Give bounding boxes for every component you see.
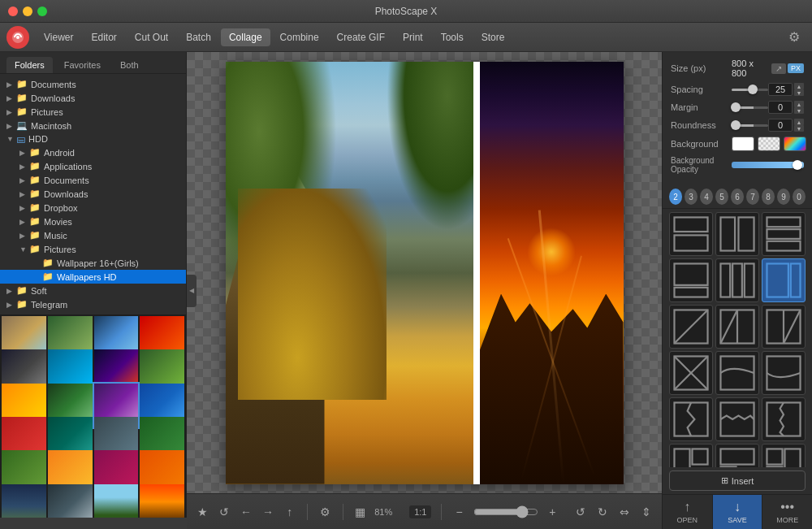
menu-combine[interactable]: Combine [272, 28, 327, 46]
zoom-in-button[interactable]: + [545, 501, 560, 523]
layout-num-5[interactable]: 5 [715, 189, 728, 205]
close-button[interactable] [8, 7, 18, 16]
roundness-down-button[interactable]: ▼ [794, 125, 804, 132]
tree-item-android[interactable]: ▶ 📁 Android [0, 145, 186, 159]
menu-viewer[interactable]: Viewer [36, 28, 81, 46]
layout-option-12[interactable] [762, 351, 806, 395]
layout-option-6[interactable] [762, 258, 806, 302]
layout-num-9[interactable]: 9 [777, 189, 790, 205]
background-white-swatch[interactable] [732, 137, 754, 151]
layout-option-3[interactable] [762, 212, 806, 256]
rotate-ccw-button[interactable]: ↺ [573, 501, 589, 523]
tab-folders[interactable]: Folders [6, 57, 53, 73]
up-button[interactable]: ↑ [282, 501, 297, 523]
flip-h-button[interactable]: ⇔ [616, 501, 632, 523]
back-button[interactable]: ← [239, 501, 254, 523]
background-pattern-swatch[interactable] [758, 137, 780, 151]
zoom-slider[interactable] [473, 505, 538, 518]
settings-icon[interactable]: ⚙ [783, 26, 806, 49]
more-button[interactable]: ••• MORE [762, 495, 812, 529]
tree-item-music[interactable]: ▶ 📁 Music [0, 228, 186, 242]
tree-item-telegram[interactable]: ▶ 📁 Telegram [0, 297, 186, 311]
layout-option-1[interactable] [669, 212, 713, 256]
layout-option-10[interactable] [669, 351, 713, 395]
open-button[interactable]: ↑ OPEN [663, 495, 713, 529]
spacing-up-button[interactable]: ▲ [794, 83, 804, 89]
layout-option-9[interactable] [762, 305, 806, 349]
layout-num-8[interactable]: 8 [762, 189, 775, 205]
layout-option-16[interactable] [669, 444, 713, 467]
rotate-cw-button[interactable]: ↻ [595, 501, 611, 523]
margin-down-button[interactable]: ▼ [794, 107, 804, 114]
grid-button[interactable]: ▦ [352, 501, 368, 523]
layout-num-4[interactable]: 4 [700, 189, 713, 205]
layout-option-5[interactable] [715, 258, 759, 302]
minimize-button[interactable] [23, 7, 32, 16]
menu-editor[interactable]: Editor [83, 28, 124, 46]
roundness-slider[interactable] [732, 124, 768, 127]
tree-item-documents2[interactable]: ▶ 📁 Documents [0, 173, 186, 187]
layout-option-18[interactable] [762, 444, 806, 467]
star-button[interactable]: ★ [195, 501, 210, 523]
layout-option-13[interactable] [669, 397, 713, 441]
tree-item-hdd[interactable]: ▼ 🖴 HDD [0, 132, 186, 145]
menu-creategif[interactable]: Create GIF [329, 28, 393, 46]
tab-both[interactable]: Both [112, 57, 147, 73]
tree-item-wallpaper-girls[interactable]: 📁 Wallpaper 16+(Girls) [0, 256, 186, 270]
spacing-down-button[interactable]: ▼ [794, 89, 804, 96]
size-expand-button[interactable]: ↗ [771, 63, 786, 74]
layout-num-2[interactable]: 2 [669, 189, 682, 205]
layout-option-8[interactable] [715, 305, 759, 349]
tree-item-soft[interactable]: ▶ 📁 Soft [0, 284, 186, 297]
spacing-slider[interactable] [732, 89, 768, 91]
insert-button[interactable]: ⊞ Insert [669, 470, 806, 491]
layout-option-7[interactable] [669, 305, 713, 349]
spacing-input[interactable]: 25 [768, 83, 793, 96]
tree-item-movies[interactable]: ▶ 📁 Movies [0, 215, 186, 228]
layout-option-14[interactable] [715, 397, 759, 441]
settings-button[interactable]: ⚙ [317, 501, 333, 523]
layout-option-15[interactable] [762, 397, 806, 441]
collage-right-panel[interactable] [473, 62, 624, 484]
tree-item-pictures2[interactable]: ▼ 📁 Pictures [0, 242, 186, 256]
menu-print[interactable]: Print [395, 28, 431, 46]
app-logo[interactable] [6, 26, 29, 49]
maximize-button[interactable] [37, 7, 47, 16]
background-gradient-swatch[interactable] [784, 137, 806, 151]
layout-option-17[interactable] [715, 444, 759, 467]
save-button[interactable]: ↓ SAVE [713, 495, 763, 529]
flip-v-button[interactable]: ⇕ [638, 501, 654, 523]
layout-option-11[interactable] [715, 351, 759, 395]
zoom-out-button[interactable]: − [451, 501, 467, 523]
tree-item-downloads[interactable]: ▶ 📁 Downloads [0, 91, 186, 105]
margin-input[interactable]: 0 [768, 101, 793, 114]
thumbnail[interactable] [94, 484, 139, 518]
tree-item-dropbox[interactable]: ▶ 📁 Dropbox [0, 201, 186, 215]
menu-collage[interactable]: Collage [221, 28, 270, 46]
forward-button[interactable]: → [260, 501, 275, 523]
layout-num-6[interactable]: 6 [731, 189, 744, 205]
window-controls[interactable] [8, 7, 47, 16]
refresh-button[interactable]: ↺ [217, 501, 232, 523]
roundness-input[interactable]: 0 [768, 119, 793, 132]
tree-item-wallpapers-hd[interactable]: 📁 Wallpapers HD [0, 270, 186, 284]
roundness-up-button[interactable]: ▲ [794, 119, 804, 125]
tree-item-pictures[interactable]: ▶ 📁 Pictures [0, 105, 186, 119]
menu-tools[interactable]: Tools [433, 28, 472, 46]
thumbnail[interactable] [140, 484, 184, 518]
layout-num-3[interactable]: 3 [685, 189, 698, 205]
menu-store[interactable]: Store [473, 28, 513, 46]
layout-option-4[interactable] [669, 258, 713, 302]
menu-batch[interactable]: Batch [178, 28, 219, 46]
thumbnail[interactable] [2, 484, 46, 518]
tree-item-documents[interactable]: ▶ 📁 Documents [0, 77, 186, 91]
tree-item-downloads2[interactable]: ▶ 📁 Downloads [0, 187, 186, 201]
collage-left-panel[interactable] [226, 62, 473, 484]
tree-item-macintosh[interactable]: ▶ 💻 Macintosh [0, 119, 186, 132]
bg-opacity-slider[interactable] [732, 162, 804, 168]
layout-num-0[interactable]: 0 [793, 189, 806, 205]
margin-slider[interactable] [732, 106, 768, 109]
sidebar-collapse-button[interactable]: ◀ [187, 275, 197, 307]
zoom-ratio[interactable]: 1:1 [409, 505, 431, 518]
menu-cutout[interactable]: Cut Out [127, 28, 176, 46]
